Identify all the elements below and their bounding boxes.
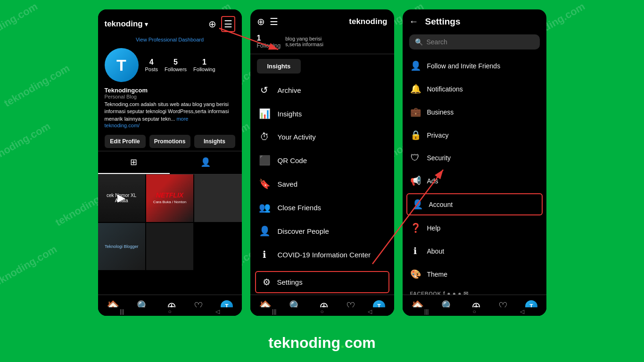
promotions-button[interactable]: Promotions bbox=[149, 135, 190, 148]
stat-following: 1 Following bbox=[193, 58, 215, 72]
phone2-add-icon[interactable]: ⊕ bbox=[257, 16, 265, 27]
menu-item-qrcode[interactable]: ⬛ QR Code bbox=[250, 148, 394, 172]
profile-stats: 4 Posts 5 Followers 1 Following bbox=[145, 58, 235, 72]
brand-teknoding: teknoding bbox=[268, 334, 340, 351]
insights-icon: 📊 bbox=[259, 108, 270, 119]
brand-text: teknoding.com bbox=[268, 334, 376, 351]
tab-grid[interactable]: ⊞ bbox=[98, 151, 170, 174]
ads-icon: 📢 bbox=[410, 175, 421, 186]
settings-item-privacy[interactable]: 🔒 Privacy bbox=[403, 123, 546, 147]
menu-item-discover[interactable]: 👤 Discover People bbox=[250, 219, 394, 243]
phone1-profile: teknoding ▾ ⊕ ☰ View Professional Dashbo… bbox=[98, 9, 242, 316]
activity-label: Your Activity bbox=[278, 133, 316, 141]
theme-label: Theme bbox=[427, 271, 448, 278]
close-friends-label: Close Friends bbox=[278, 204, 322, 212]
phone2-menu-icon[interactable]: ☰ bbox=[270, 16, 278, 27]
settings-icon: ⚙ bbox=[263, 277, 271, 288]
android-home[interactable]: ○ bbox=[168, 308, 172, 315]
android-home3[interactable]: ○ bbox=[473, 308, 476, 315]
phone1-username: teknoding ▾ bbox=[105, 19, 148, 29]
help-icon: ❓ bbox=[410, 222, 421, 233]
settings-item-about[interactable]: ℹ About bbox=[403, 239, 546, 263]
android-recents[interactable]: ◁ bbox=[215, 308, 220, 315]
following-count: 1 bbox=[202, 58, 206, 66]
post-thumb[interactable]: cek Nomor XL Axiata ▶ bbox=[98, 174, 145, 222]
saved-label: Saved bbox=[278, 180, 298, 188]
more-link[interactable]: more bbox=[176, 116, 188, 122]
theme-icon: 🎨 bbox=[410, 269, 421, 280]
account-label: Account bbox=[429, 201, 453, 208]
archive-icon: ↺ bbox=[259, 84, 270, 96]
insights-menu-button[interactable]: Insights bbox=[257, 59, 301, 74]
post-thumb[interactable] bbox=[194, 174, 241, 222]
profile-link[interactable]: teknoding.com/ bbox=[105, 123, 235, 128]
settings-item-business[interactable]: 💼 Business bbox=[403, 100, 546, 123]
tab-tagged[interactable]: 👤 bbox=[170, 151, 242, 174]
following-strip: 1 Following bbox=[257, 34, 281, 49]
menu-item-archive[interactable]: ↺ Archive bbox=[250, 78, 394, 102]
settings-item-notifications[interactable]: 🔔 Notifications bbox=[403, 77, 546, 100]
edit-profile-button[interactable]: Edit Profile bbox=[105, 135, 146, 148]
android-nav2: ||| ○ ◁ bbox=[250, 307, 394, 316]
play-icon: ▶ bbox=[117, 192, 125, 204]
brand-com: com bbox=[345, 334, 376, 351]
insights-button[interactable]: Insights bbox=[194, 135, 235, 148]
phone2-username: teknoding bbox=[349, 17, 387, 26]
profile-info: Teknodingcom Personal Blog Teknoding.com… bbox=[98, 87, 242, 132]
discover-icon: 👤 bbox=[259, 225, 270, 237]
settings-item-account-highlighted[interactable]: 👤 Account bbox=[406, 193, 543, 215]
menu-item-activity[interactable]: ⏱ Your Activity bbox=[250, 125, 394, 148]
post-thumb[interactable] bbox=[146, 223, 193, 270]
stat-followers: 5 Followers bbox=[165, 58, 187, 72]
search-input[interactable]: Search bbox=[427, 38, 447, 46]
settings-header: ← Settings bbox=[403, 9, 546, 32]
pro-dashboard-link[interactable]: View Professional Dashboard bbox=[98, 36, 242, 45]
phone1-header-icons: ⊕ ☰ bbox=[208, 16, 235, 32]
menu-item-covid[interactable]: ℹ COVID-19 Information Center bbox=[250, 243, 394, 266]
close-friends-icon: 👥 bbox=[259, 202, 270, 213]
settings-item-ads[interactable]: 📢 Ads bbox=[403, 169, 546, 192]
covid-icon: ℹ bbox=[259, 249, 270, 260]
profile-category: Personal Blog bbox=[105, 94, 235, 99]
android-back2[interactable]: ||| bbox=[272, 308, 276, 315]
android-recents3[interactable]: ◁ bbox=[520, 308, 524, 315]
android-nav: ||| ○ ◁ bbox=[98, 307, 242, 316]
android-home2[interactable]: ○ bbox=[321, 308, 324, 315]
hamburger-menu-icon[interactable]: ☰ bbox=[221, 16, 235, 32]
followers-label: Followers bbox=[165, 66, 187, 72]
settings-list: 👤 Follow and Invite Friends 🔔 Notificati… bbox=[403, 54, 546, 286]
android-recents2[interactable]: ◁ bbox=[368, 308, 372, 315]
back-button[interactable]: ← bbox=[409, 16, 419, 27]
settings-item-help[interactable]: ❓ Help bbox=[403, 216, 546, 239]
settings-item-security[interactable]: 🛡 Security bbox=[403, 147, 546, 169]
phone2-header: ⊕ ☰ teknoding bbox=[250, 9, 394, 31]
saved-icon: 🔖 bbox=[259, 178, 270, 189]
account-icon: 👤 bbox=[412, 199, 422, 210]
android-nav3: ||| ○ ◁ bbox=[403, 307, 546, 316]
android-back3[interactable]: ||| bbox=[424, 308, 429, 315]
grid-tabs: ⊞ 👤 bbox=[98, 151, 242, 174]
settings-item-follow[interactable]: 👤 Follow and Invite Friends bbox=[403, 54, 546, 77]
notifications-icon: 🔔 bbox=[410, 83, 421, 94]
activity-icon: ⏱ bbox=[259, 132, 270, 142]
menu-item-saved[interactable]: 🔖 Saved bbox=[250, 172, 394, 196]
insights-btn-area: Insights bbox=[250, 54, 394, 78]
profile-name: Teknodingcom bbox=[105, 87, 235, 94]
menu-item-close-friends[interactable]: 👥 Close Friends bbox=[250, 196, 394, 219]
insights-label: Insights bbox=[278, 110, 302, 118]
followers-count: 5 bbox=[173, 58, 178, 66]
follow-label: Follow and Invite Friends bbox=[427, 62, 501, 70]
settings-item-highlighted[interactable]: ⚙ Settings bbox=[255, 271, 389, 293]
settings-item-theme[interactable]: 🎨 Theme bbox=[403, 263, 546, 286]
post-thumb[interactable]: NETFLIX Cara Buka / Nonton bbox=[146, 174, 193, 222]
add-post-icon[interactable]: ⊕ bbox=[208, 18, 216, 30]
search-icon: 🔍 bbox=[415, 38, 423, 46]
about-label: About bbox=[427, 247, 445, 255]
android-back[interactable]: ||| bbox=[120, 308, 124, 315]
phone2-menu: ⊕ ☰ teknoding 1 Following blog yang beri… bbox=[250, 9, 394, 316]
search-bar[interactable]: 🔍 Search bbox=[409, 34, 540, 49]
post-thumb[interactable]: Teknologi Blogger bbox=[98, 223, 145, 270]
privacy-icon: 🔒 bbox=[410, 130, 421, 140]
menu-item-insights[interactable]: 📊 Insights bbox=[250, 102, 394, 125]
phone2-profile-strip: 1 Following blog yang berisis,serta info… bbox=[250, 31, 394, 54]
